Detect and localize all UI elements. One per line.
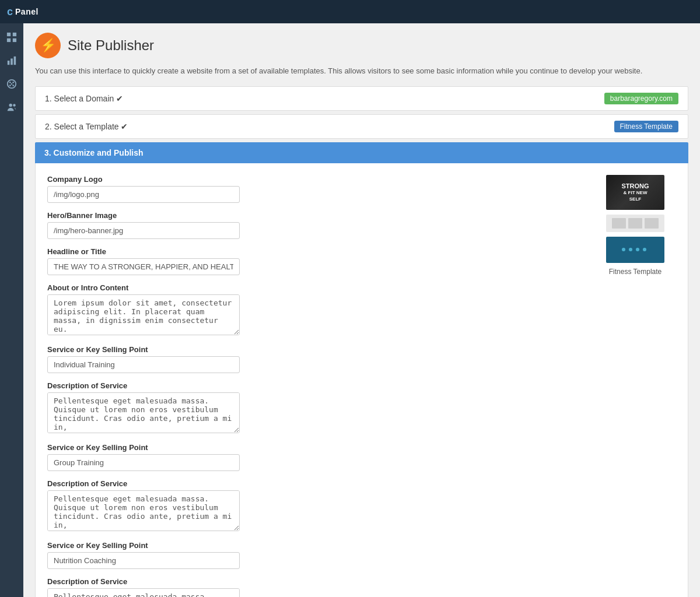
cpanel-logo: cPanel	[7, 6, 38, 18]
svg-rect-0	[7, 33, 10, 36]
step3-header: 3. Customize and Publish	[35, 142, 688, 163]
preview-bottom-svg	[618, 244, 653, 255]
service3-input[interactable]	[47, 552, 240, 569]
svg-rect-2	[7, 38, 10, 42]
svg-point-13	[9, 104, 12, 107]
svg-point-9	[12, 82, 14, 83]
desc2-group: Description of Service Pellentesque eget…	[47, 479, 580, 533]
hero-banner-input[interactable]	[47, 222, 240, 239]
content-area: ⚡ Site Publisher You can use this interf…	[23, 23, 700, 597]
cpanel-logo-c: c	[7, 6, 13, 18]
cpanel-logo-panel: Panel	[15, 7, 38, 16]
service2-group: Service or Key Selling Point	[47, 443, 580, 471]
svg-point-14	[13, 104, 16, 107]
svg-point-12	[11, 83, 13, 85]
desc1-textarea[interactable]: Pellentesque eget malesuada massa. Quisq…	[47, 392, 240, 433]
svg-point-11	[12, 85, 14, 86]
preview-mid-block-2	[628, 218, 642, 229]
headline-input[interactable]	[47, 258, 240, 275]
desc2-label: Description of Service	[47, 479, 580, 488]
svg-rect-6	[14, 57, 16, 65]
sidebar	[0, 23, 23, 597]
service1-label: Service or Key Selling Point	[47, 345, 580, 354]
sidebar-item-stats[interactable]	[2, 51, 21, 70]
desc1-label: Description of Service	[47, 381, 580, 390]
preview-caption: Fitness Template	[609, 268, 662, 276]
sidebar-item-users[interactable]	[2, 98, 21, 117]
service1-group: Service or Key Selling Point	[47, 345, 580, 373]
desc1-group: Description of Service Pellentesque eget…	[47, 381, 580, 435]
svg-point-15	[622, 248, 625, 251]
step3-body: Company Logo Hero/Banner Image Headline …	[35, 163, 688, 598]
step2-badge: Fitness Template	[614, 121, 679, 132]
svg-point-10	[9, 85, 11, 86]
about-textarea[interactable]: Lorem ipsum dolor sit amet, consectetur …	[47, 294, 240, 335]
about-group: About or Intro Content Lorem ipsum dolor…	[47, 283, 580, 337]
step1-badge: barbaragregory.com	[604, 93, 678, 104]
step1-row[interactable]: 1. Select a Domain ✔ barbaragregory.com	[35, 86, 688, 111]
service2-label: Service or Key Selling Point	[47, 443, 580, 452]
svg-point-16	[629, 248, 632, 251]
service3-group: Service or Key Selling Point	[47, 541, 580, 569]
hero-banner-group: Hero/Banner Image	[47, 211, 580, 239]
svg-rect-5	[10, 58, 13, 65]
topbar: cPanel	[0, 0, 700, 23]
step3-label: 3. Customize and Publish	[44, 148, 144, 157]
site-publisher-icon: ⚡	[35, 33, 61, 58]
company-logo-input[interactable]	[47, 186, 240, 203]
headline-label: Headline or Title	[47, 247, 580, 256]
main-layout: ⚡ Site Publisher You can use this interf…	[0, 23, 700, 597]
company-logo-group: Company Logo	[47, 175, 580, 203]
desc3-group: Description of Service Pellentesque eget…	[47, 577, 580, 598]
svg-rect-3	[13, 38, 16, 42]
svg-rect-4	[8, 61, 10, 65]
page-description: You can use this interface to quickly cr…	[35, 65, 688, 77]
company-logo-label: Company Logo	[47, 175, 580, 184]
sidebar-item-grid[interactable]	[2, 28, 21, 47]
service1-input[interactable]	[47, 356, 240, 373]
sidebar-item-palette[interactable]	[2, 75, 21, 93]
headline-group: Headline or Title	[47, 247, 580, 275]
preview-top-image: STRONG & FIT NEW SELF	[606, 175, 664, 210]
step2-label: 2. Select a Template ✔	[45, 122, 128, 131]
desc2-textarea[interactable]: Pellentesque eget malesuada massa. Quisq…	[47, 490, 240, 531]
preview-area: STRONG & FIT NEW SELF	[594, 175, 676, 598]
hero-banner-label: Hero/Banner Image	[47, 211, 580, 220]
desc3-textarea[interactable]: Pellentesque eget malesuada massa. Quisq…	[47, 588, 240, 598]
preview-middle-image	[606, 215, 664, 232]
page-title: Site Publisher	[68, 37, 154, 54]
step2-row[interactable]: 2. Select a Template ✔ Fitness Template	[35, 114, 688, 139]
service3-label: Service or Key Selling Point	[47, 541, 580, 550]
svg-point-8	[9, 82, 11, 83]
about-label: About or Intro Content	[47, 283, 580, 292]
step1-label: 1. Select a Domain ✔	[45, 94, 123, 103]
form-area: Company Logo Hero/Banner Image Headline …	[47, 175, 580, 598]
svg-point-18	[643, 248, 646, 251]
page-header: ⚡ Site Publisher	[35, 33, 688, 58]
preview-mid-block-3	[645, 218, 659, 229]
preview-mid-block-1	[612, 218, 626, 229]
svg-point-17	[636, 248, 639, 251]
svg-rect-1	[13, 33, 16, 36]
desc3-label: Description of Service	[47, 577, 580, 586]
service2-input[interactable]	[47, 454, 240, 471]
preview-bottom-image	[606, 237, 664, 263]
